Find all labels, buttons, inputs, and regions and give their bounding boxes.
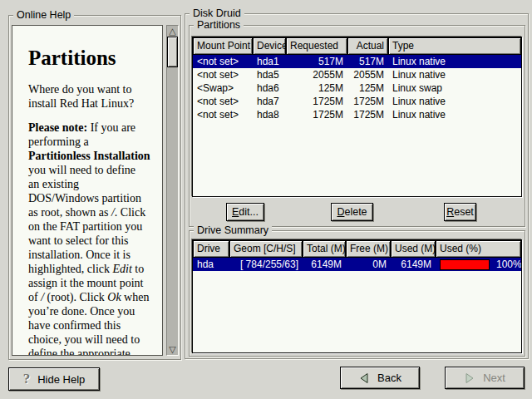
hide-help-label: Hide Help [37, 373, 85, 386]
cell-geom: [ 784/255/63] [229, 258, 303, 271]
edit-button[interactable]: Edit... [226, 203, 264, 221]
used-percent-value: 100% [496, 259, 522, 270]
cell-mount-point: <not set> [193, 95, 253, 108]
cell-free: 0M [346, 258, 391, 271]
table-row[interactable]: <not set> hda5 2055M 2055M Linux native [193, 68, 521, 81]
cell-requested: 1725M [286, 95, 347, 108]
back-button[interactable]: Back [340, 367, 420, 389]
cell-total: 6149M [303, 258, 346, 271]
cell-type: Linux native [388, 95, 521, 108]
delete-button[interactable]: Delete [331, 203, 373, 221]
online-help-panel: Online Help Partitions Where do you want… [8, 15, 181, 360]
column-header-drive[interactable]: Drive [193, 240, 229, 258]
drive-summary-table-header: Drive Geom [C/H/S] Total (M) Free (M) Us… [193, 240, 521, 258]
cell-device: hda1 [253, 55, 286, 68]
column-header-type[interactable]: Type [388, 37, 521, 55]
cell-device: hda8 [253, 108, 286, 121]
next-button[interactable]: Next [445, 367, 525, 389]
cell-drive: hda [193, 258, 229, 271]
partitions-table-header: Mount Point Device Requested Actual Type [193, 37, 521, 55]
cell-device: hda6 [253, 81, 286, 95]
cell-requested: 2055M [286, 68, 347, 81]
reset-button[interactable]: Reset [444, 203, 476, 221]
column-header-requested[interactable]: Requested [286, 37, 347, 55]
cell-requested: 517M [286, 55, 347, 68]
help-paragraph: Please note: If you areperforming aParti… [28, 121, 159, 356]
back-label: Back [377, 372, 401, 384]
partitions-frame-label: Partitions [194, 19, 244, 31]
drive-summary-frame-label: Drive Summary [194, 224, 272, 236]
cell-actual: 1725M [347, 95, 388, 108]
cell-mount-point: <not set> [193, 68, 253, 81]
question-mark-icon: ? [23, 371, 31, 387]
cell-type: Linux swap [388, 81, 521, 95]
hide-help-button[interactable]: ? Hide Help [8, 367, 100, 391]
disk-druid-frame-label: Disk Druid [190, 7, 244, 19]
column-header-free[interactable]: Free (M) [346, 240, 391, 258]
cell-actual: 125M [347, 81, 388, 95]
table-row[interactable]: <Swap> hda6 125M 125M Linux swap [193, 81, 521, 95]
cell-requested: 1725M [286, 108, 347, 121]
cell-device: hda7 [253, 95, 286, 108]
cell-actual: 517M [347, 55, 388, 68]
back-arrow-icon [358, 372, 370, 384]
help-paragraph: Where do you want toinstall Red Hat Linu… [28, 82, 159, 111]
cell-actual: 2055M [347, 68, 388, 81]
cell-type: Linux native [388, 68, 521, 81]
cell-type: Linux native [388, 55, 521, 68]
column-header-geom[interactable]: Geom [C/H/S] [229, 240, 303, 258]
cell-actual: 1725M [347, 108, 388, 121]
cell-mount-point: <Swap> [193, 81, 253, 95]
cell-used: 6149M [391, 258, 436, 271]
table-row[interactable]: <not set> hda1 517M 517M Linux native [193, 55, 521, 68]
column-header-used-m[interactable]: Used (M) [391, 240, 436, 258]
help-scrollbar[interactable]: △ ▽ [166, 25, 179, 356]
partitions-table: Mount Point Device Requested Actual Type… [192, 37, 522, 197]
next-arrow-icon [464, 372, 475, 384]
column-header-actual[interactable]: Actual [347, 37, 388, 55]
table-row[interactable]: <not set> hda8 1725M 1725M Linux native [193, 108, 521, 121]
used-percent-bar [440, 259, 490, 270]
cell-used-percent: 100% [436, 259, 522, 270]
cell-type: Linux native [388, 108, 521, 121]
table-row[interactable]: <not set> hda7 1725M 1725M Linux native [193, 95, 521, 108]
table-row[interactable]: hda [ 784/255/63] 6149M 0M 6149M 100% [193, 258, 521, 271]
partitions-section: Partitions Mount Point Device Requested … [189, 25, 525, 227]
online-help-frame-label: Online Help [13, 9, 74, 21]
cell-requested: 125M [286, 81, 347, 95]
help-title: Partitions [28, 47, 159, 70]
column-header-device[interactable]: Device [253, 37, 286, 55]
cell-mount-point: <not set> [193, 55, 253, 68]
drive-summary-table: Drive Geom [C/H/S] Total (M) Free (M) Us… [192, 239, 522, 353]
column-header-used-pct[interactable]: Used (%) [436, 240, 521, 258]
help-text-viewport: Partitions Where do you want toinstall R… [12, 25, 163, 356]
scrollbar-up-icon[interactable]: △ [167, 26, 178, 37]
cell-device: hda5 [253, 68, 286, 81]
cell-mount-point: <not set> [193, 108, 253, 121]
drive-summary-section: Drive Summary Drive Geom [C/H/S] Total (… [189, 230, 525, 357]
column-header-total[interactable]: Total (M) [303, 240, 346, 258]
column-header-mount-point[interactable]: Mount Point [193, 37, 253, 55]
next-label: Next [483, 372, 505, 384]
scrollbar-down-icon[interactable]: ▽ [167, 344, 178, 355]
scrollbar-thumb[interactable] [167, 37, 178, 67]
